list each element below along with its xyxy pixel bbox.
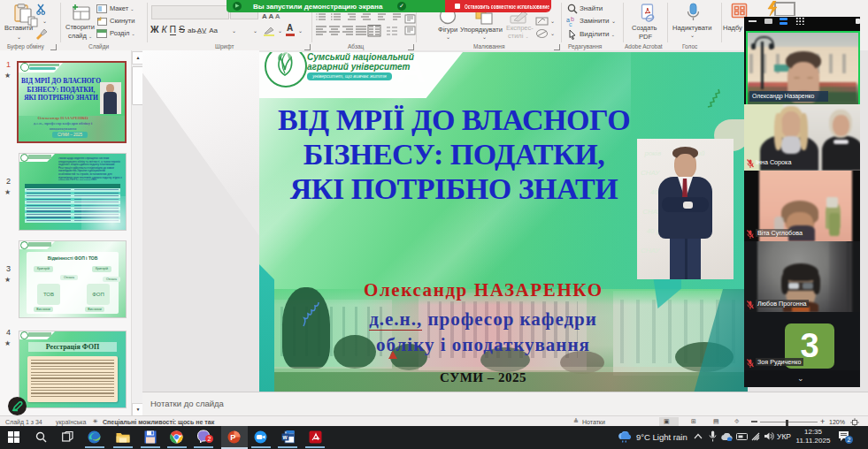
svg-text:P: P (230, 433, 235, 442)
svg-text:c: c (569, 21, 572, 27)
svg-text:w: w (282, 434, 288, 440)
